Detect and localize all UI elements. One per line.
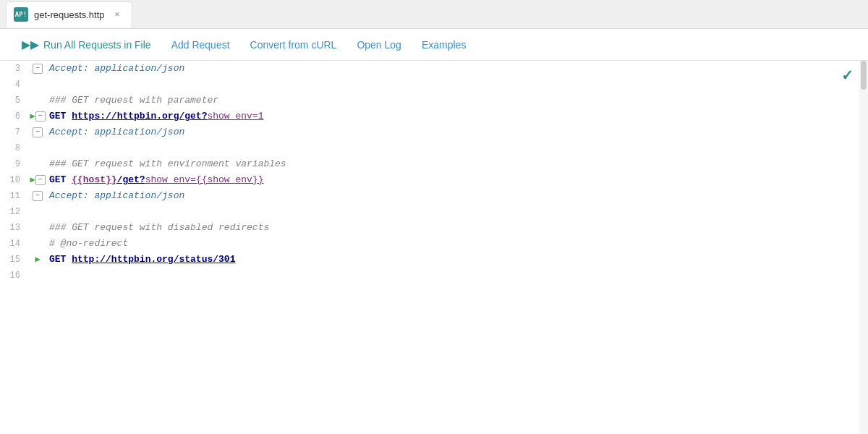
- code-line: 4: [0, 77, 868, 93]
- line-content: Accept: application/json: [46, 188, 868, 204]
- line-content: ### GET request with environment variabl…: [46, 156, 868, 172]
- code-line: 16: [0, 268, 868, 284]
- fold-icon[interactable]: −: [35, 111, 46, 122]
- examples-button[interactable]: Examples: [412, 33, 476, 56]
- run-all-button[interactable]: ▶▶ Run All Requests in File: [12, 32, 161, 57]
- line-gutter: ▶−: [29, 172, 46, 188]
- code-line: 12: [0, 204, 868, 220]
- code-line: 10▶−GET {{host}}/get?show_env={{show_env…: [0, 172, 868, 188]
- line-gutter: −: [29, 127, 46, 137]
- line-number: 11: [0, 188, 29, 204]
- line-number: 15: [0, 252, 29, 268]
- line-number: 16: [0, 268, 29, 284]
- line-gutter: −: [29, 64, 46, 74]
- code-token: GET: [49, 111, 72, 122]
- run-all-icon: ▶▶: [22, 38, 39, 51]
- code-token: Accept: application/json: [49, 127, 184, 137]
- add-request-button[interactable]: Add Request: [161, 33, 240, 56]
- line-number: 6: [0, 109, 29, 124]
- code-line: 9### GET request with environment variab…: [0, 156, 868, 172]
- line-content: Accept: application/json: [46, 61, 868, 77]
- line-number: 5: [0, 93, 29, 109]
- code-line: 11−Accept: application/json: [0, 188, 868, 204]
- scrollbar-track[interactable]: [859, 61, 868, 434]
- line-content: ### GET request with parameter: [46, 93, 868, 109]
- code-editor[interactable]: 3−Accept: application/json45### GET requ…: [0, 61, 868, 434]
- toolbar: ▶▶ Run All Requests in File Add Request …: [0, 29, 868, 61]
- tab-get-requests[interactable]: AP! get-requests.http ×: [6, 1, 132, 27]
- run-request-button[interactable]: ▶: [30, 172, 35, 188]
- line-gutter: ▶−: [29, 109, 46, 124]
- tab-filename: get-requests.http: [34, 9, 105, 20]
- line-number: 7: [0, 124, 29, 140]
- code-line: 15▶GET http://httpbin.org/status/301: [0, 252, 868, 268]
- code-token: show_env=1: [207, 111, 263, 122]
- code-line: 3−Accept: application/json: [0, 61, 868, 77]
- editor-container: 3−Accept: application/json45### GET requ…: [0, 61, 868, 434]
- line-number: 9: [0, 156, 29, 172]
- code-token: ### GET request with environment variabl…: [49, 158, 286, 169]
- line-content: # @no-redirect: [46, 236, 868, 252]
- line-content: GET http://httpbin.org/status/301: [46, 252, 868, 268]
- code-line: 7−Accept: application/json: [0, 124, 868, 140]
- line-gutter: ▶: [29, 252, 46, 268]
- code-token: https://httpbin.org/get?: [72, 111, 207, 122]
- code-token: GET: [49, 254, 72, 265]
- line-content: GET {{host}}/get?show_env={{show_env}}: [46, 172, 868, 188]
- fold-icon[interactable]: −: [35, 175, 46, 185]
- line-content: Accept: application/json: [46, 124, 868, 140]
- code-token: Accept: application/json: [49, 190, 184, 201]
- line-number: 12: [0, 204, 29, 220]
- line-number: 13: [0, 220, 29, 236]
- line-number: 3: [0, 61, 29, 77]
- line-number: 8: [0, 140, 29, 156]
- run-request-button[interactable]: ▶: [35, 252, 40, 268]
- convert-curl-label: Convert from cURL: [250, 39, 337, 51]
- open-log-button[interactable]: Open Log: [346, 33, 412, 56]
- code-token: /get?: [117, 174, 145, 185]
- tab-bar: AP! get-requests.http ×: [0, 0, 868, 29]
- examples-label: Examples: [422, 39, 466, 51]
- run-request-button[interactable]: ▶: [30, 109, 35, 124]
- line-content: GET https://httpbin.org/get?show_env=1: [46, 109, 868, 124]
- code-token: GET: [49, 174, 72, 185]
- code-token: ### GET request with disabled redirects: [49, 222, 269, 233]
- fold-icon[interactable]: −: [33, 64, 43, 74]
- code-line: 14# @no-redirect: [0, 236, 868, 252]
- code-line: 5### GET request with parameter: [0, 93, 868, 109]
- line-number: 14: [0, 236, 29, 252]
- fold-icon[interactable]: −: [33, 191, 43, 201]
- line-content: ### GET request with disabled redirects: [46, 220, 868, 236]
- add-request-label: Add Request: [171, 39, 230, 51]
- code-token: # @no-redirect: [49, 238, 128, 249]
- code-token: {{host}}: [72, 174, 116, 185]
- line-number: 4: [0, 77, 29, 93]
- code-token: ### GET request with parameter: [49, 95, 218, 106]
- code-line: 13### GET request with disabled redirect…: [0, 220, 868, 236]
- fold-icon[interactable]: −: [33, 127, 43, 137]
- run-all-label: Run All Requests in File: [43, 39, 151, 51]
- line-number: 10: [0, 172, 29, 188]
- line-gutter: −: [29, 191, 46, 201]
- code-token: http://httpbin.org/status/301: [72, 254, 235, 265]
- open-log-label: Open Log: [357, 39, 401, 51]
- tab-close-button[interactable]: ×: [114, 9, 122, 20]
- code-line: 8: [0, 140, 868, 156]
- convert-curl-button[interactable]: Convert from cURL: [240, 33, 347, 56]
- code-line: 6▶−GET https://httpbin.org/get?show_env=…: [0, 109, 868, 124]
- file-icon: AP!: [14, 7, 28, 22]
- scrollbar-thumb[interactable]: [861, 61, 867, 90]
- code-token: show_env={{show_env}}: [145, 174, 264, 185]
- code-token: Accept: application/json: [49, 63, 184, 74]
- checkmark-icon: ✓: [841, 67, 854, 84]
